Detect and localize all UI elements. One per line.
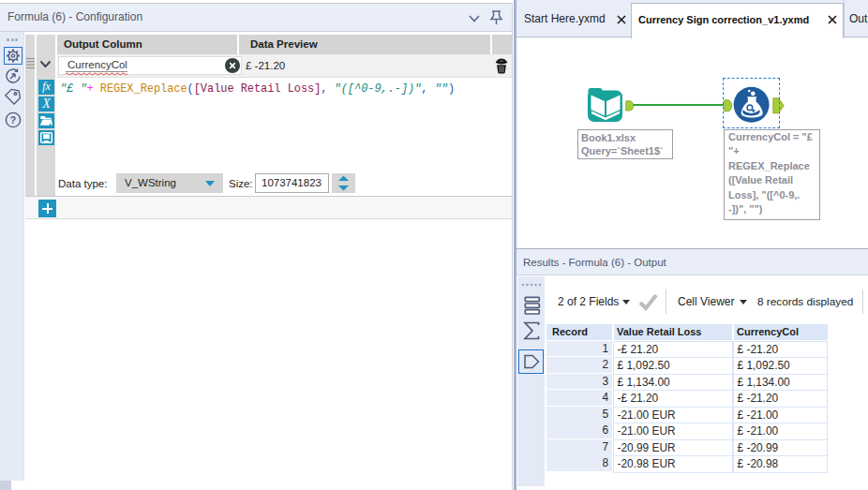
- svg-text:?: ?: [10, 114, 16, 126]
